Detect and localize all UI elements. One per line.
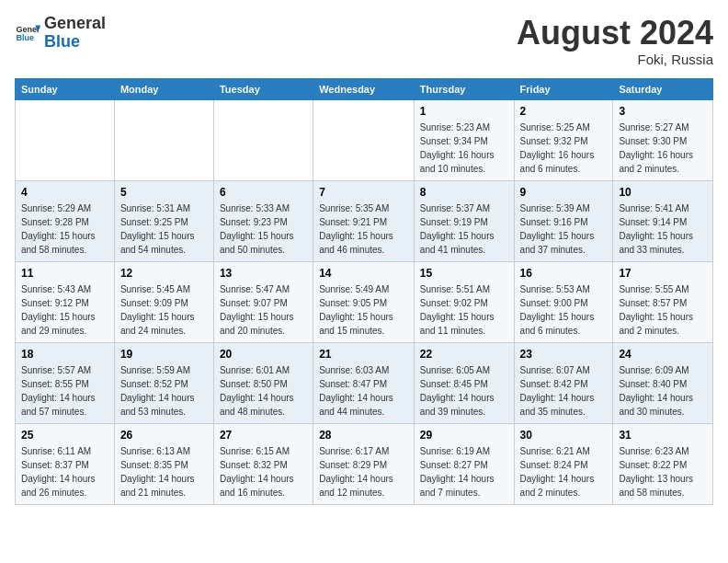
logo: General Blue GeneralBlue — [15, 15, 106, 52]
day-number: 30 — [520, 429, 608, 442]
day-number: 23 — [520, 348, 608, 361]
day-number: 8 — [420, 186, 508, 199]
day-number: 2 — [520, 105, 608, 118]
day-info: Sunrise: 5:51 AMSunset: 9:02 PMDaylight:… — [420, 282, 508, 338]
header-monday: Monday — [114, 78, 213, 99]
calendar-cell-w5-d3: 27Sunrise: 6:15 AMSunset: 8:32 PMDayligh… — [213, 423, 313, 504]
day-number: 25 — [21, 429, 108, 442]
day-info: Sunrise: 5:35 AMSunset: 9:21 PMDaylight:… — [319, 201, 408, 257]
day-number: 15 — [420, 267, 508, 280]
day-number: 18 — [21, 348, 108, 361]
day-info: Sunrise: 6:03 AMSunset: 8:47 PMDaylight:… — [319, 363, 408, 419]
calendar-cell-w3-d1: 11Sunrise: 5:43 AMSunset: 9:12 PMDayligh… — [16, 261, 115, 342]
day-number: 7 — [319, 186, 408, 199]
header-saturday: Saturday — [613, 78, 713, 99]
day-info: Sunrise: 5:53 AMSunset: 9:00 PMDaylight:… — [520, 282, 608, 338]
calendar-cell-w2-d1: 4Sunrise: 5:29 AMSunset: 9:28 PMDaylight… — [16, 180, 115, 261]
calendar-cell-w4-d5: 22Sunrise: 6:05 AMSunset: 8:45 PMDayligh… — [414, 342, 514, 423]
calendar-cell-w2-d7: 10Sunrise: 5:41 AMSunset: 9:14 PMDayligh… — [613, 180, 713, 261]
day-number: 27 — [220, 429, 307, 442]
location-text: Foki, Russia — [517, 52, 713, 67]
day-info: Sunrise: 6:09 AMSunset: 8:40 PMDaylight:… — [619, 363, 707, 419]
calendar-cell-w5-d2: 26Sunrise: 6:13 AMSunset: 8:35 PMDayligh… — [114, 423, 213, 504]
day-info: Sunrise: 6:17 AMSunset: 8:29 PMDaylight:… — [319, 444, 408, 500]
day-number: 12 — [120, 267, 208, 280]
day-number: 29 — [420, 429, 508, 442]
calendar-week-4: 18Sunrise: 5:57 AMSunset: 8:55 PMDayligh… — [16, 342, 713, 423]
day-number: 20 — [220, 348, 307, 361]
day-info: Sunrise: 6:01 AMSunset: 8:50 PMDaylight:… — [220, 363, 307, 419]
page-header: General Blue GeneralBlue August 2024 Fok… — [15, 15, 713, 67]
calendar-cell-w3-d6: 16Sunrise: 5:53 AMSunset: 9:00 PMDayligh… — [514, 261, 613, 342]
day-number: 16 — [520, 267, 608, 280]
day-info: Sunrise: 5:31 AMSunset: 9:25 PMDaylight:… — [120, 201, 208, 257]
calendar-week-5: 25Sunrise: 6:11 AMSunset: 8:37 PMDayligh… — [16, 423, 713, 504]
calendar-body: 1Sunrise: 5:23 AMSunset: 9:34 PMDaylight… — [16, 99, 713, 504]
calendar-cell-w4-d6: 23Sunrise: 6:07 AMSunset: 8:42 PMDayligh… — [514, 342, 613, 423]
day-info: Sunrise: 5:41 AMSunset: 9:14 PMDaylight:… — [619, 201, 707, 257]
day-info: Sunrise: 6:15 AMSunset: 8:32 PMDaylight:… — [220, 444, 307, 500]
calendar-cell-w2-d3: 6Sunrise: 5:33 AMSunset: 9:23 PMDaylight… — [213, 180, 313, 261]
day-number: 19 — [120, 348, 208, 361]
day-number: 11 — [21, 267, 108, 280]
calendar-cell-w5-d5: 29Sunrise: 6:19 AMSunset: 8:27 PMDayligh… — [414, 423, 514, 504]
day-info: Sunrise: 6:13 AMSunset: 8:35 PMDaylight:… — [120, 444, 208, 500]
day-number: 17 — [619, 267, 707, 280]
calendar-cell-w3-d5: 15Sunrise: 5:51 AMSunset: 9:02 PMDayligh… — [414, 261, 514, 342]
day-number: 24 — [619, 348, 707, 361]
day-info: Sunrise: 6:19 AMSunset: 8:27 PMDaylight:… — [420, 444, 508, 500]
day-info: Sunrise: 5:49 AMSunset: 9:05 PMDaylight:… — [319, 282, 408, 338]
day-number: 14 — [319, 267, 408, 280]
calendar-week-2: 4Sunrise: 5:29 AMSunset: 9:28 PMDaylight… — [16, 180, 713, 261]
calendar-cell-w3-d2: 12Sunrise: 5:45 AMSunset: 9:09 PMDayligh… — [114, 261, 213, 342]
calendar-cell-w1-d5: 1Sunrise: 5:23 AMSunset: 9:34 PMDaylight… — [414, 99, 514, 180]
calendar-cell-w5-d1: 25Sunrise: 6:11 AMSunset: 8:37 PMDayligh… — [16, 423, 115, 504]
day-number: 28 — [319, 429, 408, 442]
day-number: 9 — [520, 186, 608, 199]
day-number: 31 — [619, 429, 707, 442]
day-number: 4 — [21, 186, 108, 199]
month-year-title: August 2024 — [517, 15, 713, 52]
calendar-cell-w4-d2: 19Sunrise: 5:59 AMSunset: 8:52 PMDayligh… — [114, 342, 213, 423]
day-number: 26 — [120, 429, 208, 442]
calendar-cell-w1-d1 — [16, 99, 115, 180]
svg-text:Blue: Blue — [16, 33, 34, 42]
calendar-cell-w3-d4: 14Sunrise: 5:49 AMSunset: 9:05 PMDayligh… — [313, 261, 415, 342]
calendar-cell-w1-d7: 3Sunrise: 5:27 AMSunset: 9:30 PMDaylight… — [613, 99, 713, 180]
logo-text: GeneralBlue — [44, 15, 106, 52]
day-number: 3 — [619, 105, 707, 118]
calendar-week-1: 1Sunrise: 5:23 AMSunset: 9:34 PMDaylight… — [16, 99, 713, 180]
logo-icon: General Blue — [15, 20, 40, 46]
calendar-cell-w4-d1: 18Sunrise: 5:57 AMSunset: 8:55 PMDayligh… — [16, 342, 115, 423]
calendar-cell-w1-d3 — [213, 99, 313, 180]
day-info: Sunrise: 5:45 AMSunset: 9:09 PMDaylight:… — [120, 282, 208, 338]
day-number: 10 — [619, 186, 707, 199]
day-info: Sunrise: 5:37 AMSunset: 9:19 PMDaylight:… — [420, 201, 508, 257]
day-info: Sunrise: 6:11 AMSunset: 8:37 PMDaylight:… — [21, 444, 108, 500]
header-sunday: Sunday — [16, 78, 115, 99]
day-info: Sunrise: 5:23 AMSunset: 9:34 PMDaylight:… — [420, 121, 508, 176]
calendar-cell-w1-d4 — [313, 99, 415, 180]
calendar-cell-w4-d4: 21Sunrise: 6:03 AMSunset: 8:47 PMDayligh… — [313, 342, 415, 423]
calendar-cell-w2-d6: 9Sunrise: 5:39 AMSunset: 9:16 PMDaylight… — [514, 180, 613, 261]
day-info: Sunrise: 5:27 AMSunset: 9:30 PMDaylight:… — [619, 121, 707, 176]
calendar-cell-w4-d3: 20Sunrise: 6:01 AMSunset: 8:50 PMDayligh… — [213, 342, 313, 423]
day-info: Sunrise: 5:25 AMSunset: 9:32 PMDaylight:… — [520, 121, 608, 176]
calendar-cell-w5-d7: 31Sunrise: 6:23 AMSunset: 8:22 PMDayligh… — [613, 423, 713, 504]
day-info: Sunrise: 6:05 AMSunset: 8:45 PMDaylight:… — [420, 363, 508, 419]
calendar-cell-w2-d5: 8Sunrise: 5:37 AMSunset: 9:19 PMDaylight… — [414, 180, 514, 261]
calendar-table: Sunday Monday Tuesday Wednesday Thursday… — [15, 78, 713, 505]
calendar-cell-w2-d4: 7Sunrise: 5:35 AMSunset: 9:21 PMDaylight… — [313, 180, 415, 261]
day-info: Sunrise: 5:29 AMSunset: 9:28 PMDaylight:… — [21, 201, 108, 257]
day-info: Sunrise: 5:55 AMSunset: 8:57 PMDaylight:… — [619, 282, 707, 338]
day-info: Sunrise: 6:21 AMSunset: 8:24 PMDaylight:… — [520, 444, 608, 500]
header-tuesday: Tuesday — [213, 78, 313, 99]
header-friday: Friday — [514, 78, 613, 99]
day-info: Sunrise: 5:33 AMSunset: 9:23 PMDaylight:… — [220, 201, 307, 257]
day-number: 21 — [319, 348, 408, 361]
day-info: Sunrise: 5:39 AMSunset: 9:16 PMDaylight:… — [520, 201, 608, 257]
day-number: 1 — [420, 105, 508, 118]
calendar-cell-w4-d7: 24Sunrise: 6:09 AMSunset: 8:40 PMDayligh… — [613, 342, 713, 423]
day-number: 13 — [220, 267, 307, 280]
header-wednesday: Wednesday — [313, 78, 415, 99]
